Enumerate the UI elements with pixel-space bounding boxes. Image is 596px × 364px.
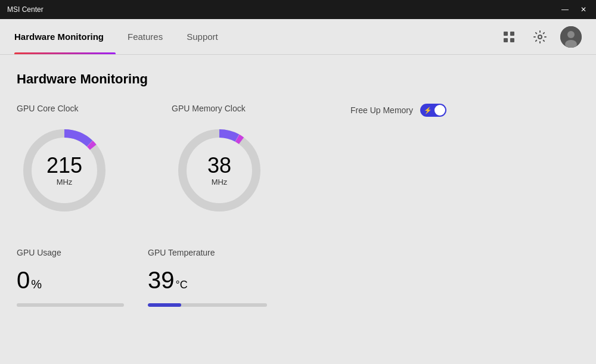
gpu-temperature-value-row: 39°C — [148, 267, 267, 294]
gpu-memory-clock-card: GPU Memory Clock 38 MHz — [172, 104, 303, 218]
nav-tabs: Hardware Monitoring Features Support — [14, 19, 230, 54]
content-area: Hardware Monitoring GPU Core Clock — [0, 55, 596, 364]
minimize-button[interactable]: — — [559, 4, 571, 15]
tab-support[interactable]: Support — [175, 19, 230, 54]
gpu-usage-value-row: 0% — [17, 267, 124, 294]
gpu-core-clock-label: GPU Core Clock — [17, 104, 148, 113]
toggle-knob — [434, 105, 445, 116]
title-bar: MSI Center — ✕ — [0, 0, 596, 19]
top-nav: Hardware Monitoring Features Support — [0, 19, 596, 55]
gpu-core-clock-value: 215 — [46, 155, 82, 176]
tab-hardware-monitoring[interactable]: Hardware Monitoring — [14, 19, 116, 54]
gpu-memory-clock-unit: MHz — [207, 178, 231, 186]
svg-point-4 — [538, 35, 542, 39]
gpu-usage-value: 0 — [17, 267, 30, 294]
gpu-memory-clock-value: 38 — [207, 155, 231, 176]
svg-rect-1 — [510, 32, 514, 36]
tab-features[interactable]: Features — [116, 19, 175, 54]
gpu-temperature-unit: °C — [176, 279, 188, 291]
settings-icon-button[interactable] — [529, 26, 551, 48]
gpu-memory-clock-label: GPU Memory Clock — [172, 104, 303, 113]
svg-rect-2 — [504, 38, 508, 42]
lightning-icon: ⚡ — [424, 107, 432, 114]
app-title: MSI Center — [7, 5, 44, 14]
gpu-temperature-value: 39 — [148, 267, 175, 294]
gpu-core-clock-center: 215 MHz — [46, 155, 82, 186]
close-button[interactable]: ✕ — [578, 4, 589, 15]
user-avatar-icon — [560, 26, 582, 48]
gpu-temperature-label: GPU Temperature — [148, 248, 267, 257]
page-title: Hardware Monitoring — [17, 71, 579, 87]
gear-icon — [533, 30, 547, 44]
svg-rect-0 — [504, 32, 508, 36]
main-container: Hardware Monitoring Features Support — [0, 19, 596, 364]
gpu-temperature-bar-fill — [148, 303, 181, 307]
free-up-memory-toggle[interactable]: ⚡ — [420, 104, 446, 117]
svg-rect-3 — [510, 38, 514, 42]
window-controls: — ✕ — [559, 4, 589, 15]
gpu-usage-unit: % — [31, 278, 42, 291]
avatar[interactable] — [560, 26, 582, 48]
gpu-core-clock-unit: MHz — [46, 178, 82, 186]
gpu-usage-card: GPU Usage 0% — [17, 248, 124, 307]
free-up-memory-header: Free Up Memory ⚡ — [350, 104, 446, 117]
grid-icon-button[interactable] — [498, 26, 520, 48]
gpu-core-clock-donut: 215 MHz — [17, 123, 112, 218]
free-up-memory-label: Free Up Memory — [350, 105, 413, 115]
gpu-memory-clock-donut: 38 MHz — [172, 123, 267, 218]
gpu-temperature-card: GPU Temperature 39°C — [148, 248, 267, 307]
gpu-usage-label: GPU Usage — [17, 248, 124, 257]
grid-icon — [502, 30, 516, 44]
svg-point-6 — [567, 31, 575, 38]
free-up-memory-section: Free Up Memory ⚡ — [350, 104, 446, 126]
gpu-core-clock-card: GPU Core Clock 215 MHz — [17, 104, 148, 218]
gpu-temperature-bar-track — [148, 303, 267, 307]
nav-right — [498, 26, 582, 48]
gpu-memory-clock-center: 38 MHz — [207, 155, 231, 186]
bottom-metrics: GPU Usage 0% GPU Temperature 39°C — [17, 248, 579, 307]
gpu-usage-bar-track — [17, 303, 124, 307]
